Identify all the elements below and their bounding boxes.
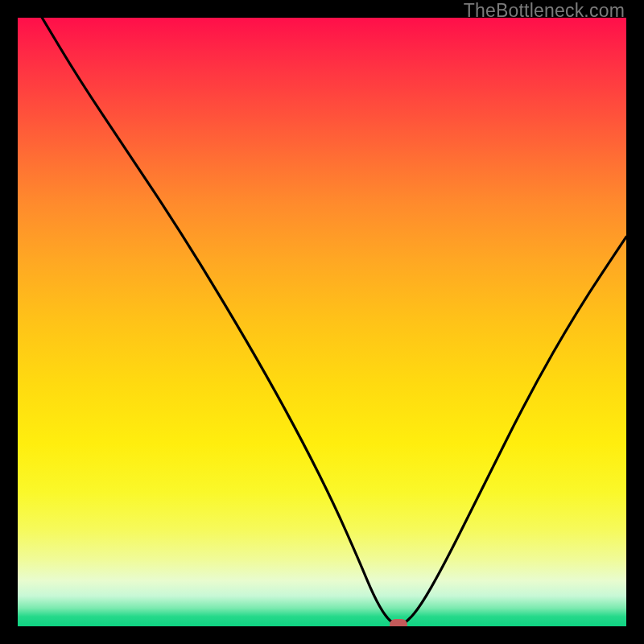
chart-frame: TheBottleneck.com (0, 0, 644, 644)
bottleneck-curve (18, 18, 626, 626)
watermark-text: TheBottleneck.com (464, 0, 625, 22)
optimal-point-marker (390, 619, 407, 626)
plot-area (18, 18, 626, 626)
